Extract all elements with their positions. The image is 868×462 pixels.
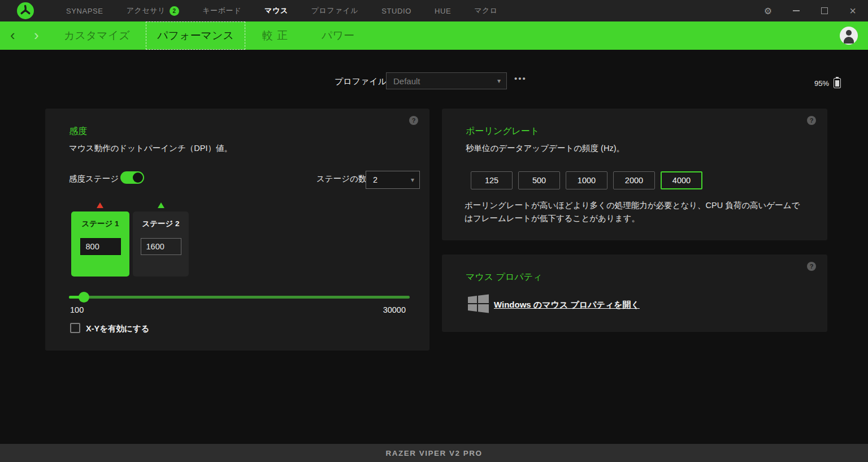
close-button[interactable]: × (843, 0, 862, 21)
help-icon[interactable]: ? (807, 262, 816, 271)
nav-tab-studio[interactable]: STUDIO (381, 7, 411, 15)
stage2-marker-icon (158, 202, 164, 208)
polling-description: 秒単位のデータアップデートの頻度 (Hz)。 (466, 143, 624, 154)
chevron-down-icon: ▾ (497, 77, 501, 85)
polling-rate-500-button[interactable]: 500 (518, 171, 560, 189)
maximize-icon (821, 7, 828, 14)
stage-1-dpi-input[interactable] (80, 238, 121, 255)
stage-card-2[interactable]: ステージ 2 (133, 211, 189, 277)
sensitivity-title: 感度 (69, 126, 87, 137)
stage-2-dpi-input[interactable] (141, 238, 181, 255)
profile-dropdown[interactable]: Default ▾ (386, 72, 507, 89)
profile-label: プロファイル (335, 76, 387, 87)
device-subnav: ‹ › カスタマイズ パフォーマンス 較正 パワー (0, 21, 868, 50)
profile-more-button[interactable]: ••• (514, 74, 527, 83)
polling-rate-1000-button[interactable]: 1000 (566, 171, 607, 189)
nav-tab-macro[interactable]: マクロ (474, 6, 498, 16)
back-arrow-icon[interactable]: ‹ (10, 21, 15, 50)
stage-count-dropdown[interactable]: 2 ▾ (366, 171, 420, 189)
polling-note: ポーリングレートが高いほどより多くの処理能力が必要となり、CPU 負荷の高いゲー… (465, 199, 808, 225)
nav-label: プロファイル (311, 6, 358, 16)
profile-selected-value: Default (393, 76, 497, 86)
avatar-body-icon (844, 37, 854, 44)
sensitivity-description: マウス動作のドットパーインチ（DPI）値。 (69, 143, 232, 154)
window-controls: ⚙ × (749, 0, 862, 21)
settings-gear-icon[interactable]: ⚙ (758, 0, 778, 21)
help-icon[interactable]: ? (807, 116, 816, 125)
battery-fill (835, 80, 839, 87)
polling-rate-panel: ? ポーリングレート 秒単位のデータアップデートの頻度 (Hz)。 125 50… (442, 109, 827, 240)
tab-customize[interactable]: カスタマイズ (64, 21, 130, 50)
top-nav: SYNAPSE アクセサリ2 キーボード マウス プロファイル STUDIO H… (66, 0, 498, 21)
tab-performance[interactable]: パフォーマンス (146, 21, 245, 50)
stage-2-label: ステージ 2 (133, 219, 189, 229)
stage-count-label: ステージの数 (316, 174, 366, 184)
accessories-count-badge: 2 (170, 6, 179, 16)
polling-rate-2000-button[interactable]: 2000 (613, 171, 655, 189)
nav-label: マウス (264, 6, 288, 16)
stage1-marker-icon (97, 202, 103, 208)
dpi-slider-track[interactable] (69, 296, 410, 299)
polling-rate-4000-button[interactable]: 4000 (661, 171, 702, 189)
battery-icon (834, 78, 841, 88)
nav-tab-hue[interactable]: HUE (435, 7, 451, 15)
nav-tab-mouse[interactable]: マウス (264, 6, 288, 16)
help-icon[interactable]: ? (409, 116, 418, 125)
stage-count-value: 2 (373, 175, 411, 184)
nav-tab-keyboard[interactable]: キーボード (202, 6, 241, 16)
battery-percent: 95% (814, 79, 829, 88)
mouse-properties-panel: ? マウス プロパティ Windows のマウス プロパティを開く (442, 254, 827, 332)
tab-calibration[interactable]: 較正 (262, 21, 292, 50)
nav-label: SYNAPSE (66, 7, 103, 15)
stage-1-label: ステージ 1 (71, 219, 129, 229)
dpi-slider-thumb[interactable] (79, 292, 89, 303)
minimize-button[interactable] (787, 0, 806, 21)
chevron-down-icon: ▾ (411, 176, 414, 184)
avatar-head-icon (846, 30, 852, 36)
tab-power[interactable]: パワー (322, 21, 354, 50)
dpi-slider-max-label: 30000 (383, 305, 406, 314)
nav-label: キーボード (202, 6, 241, 16)
windows-logo-icon (468, 294, 489, 314)
nav-label: STUDIO (381, 7, 411, 15)
open-windows-mouse-properties-link[interactable]: Windows のマウス プロパティを開く (494, 300, 640, 310)
sensitivity-stages-toggle[interactable] (120, 171, 144, 184)
nav-tab-profiles[interactable]: プロファイル (311, 6, 358, 16)
dpi-slider-min-label: 100 (70, 305, 84, 314)
device-name: RAZER VIPER V2 PRO (385, 449, 482, 457)
polling-title: ポーリングレート (466, 126, 539, 137)
forward-arrow-icon[interactable]: › (34, 21, 39, 50)
titlebar: SYNAPSE アクセサリ2 キーボード マウス プロファイル STUDIO H… (0, 0, 868, 21)
sensitivity-panel: ? 感度 マウス動作のドットパーインチ（DPI）値。 感度ステージ ステージの数… (45, 109, 429, 351)
user-avatar[interactable] (840, 27, 858, 45)
nav-label: アクセサリ (127, 6, 166, 16)
mouse-properties-title: マウス プロパティ (466, 271, 542, 283)
toggle-knob (133, 172, 143, 183)
razer-logo-icon[interactable] (17, 2, 34, 19)
nav-label: HUE (435, 7, 451, 15)
xy-enable-label: X-Yを有効にする (86, 323, 150, 334)
battery-nub (836, 77, 839, 78)
nav-tab-accessories[interactable]: アクセサリ2 (127, 6, 180, 16)
nav-label: マクロ (474, 6, 498, 16)
device-footer: RAZER VIPER V2 PRO (0, 444, 868, 462)
nav-tab-synapse[interactable]: SYNAPSE (66, 7, 103, 15)
maximize-button[interactable] (815, 0, 834, 21)
stage-card-1[interactable]: ステージ 1 (71, 211, 129, 277)
sensitivity-stages-label: 感度ステージ (69, 174, 119, 184)
polling-rate-125-button[interactable]: 125 (471, 171, 513, 189)
minimize-icon (793, 10, 800, 11)
xy-enable-checkbox[interactable] (70, 323, 80, 333)
